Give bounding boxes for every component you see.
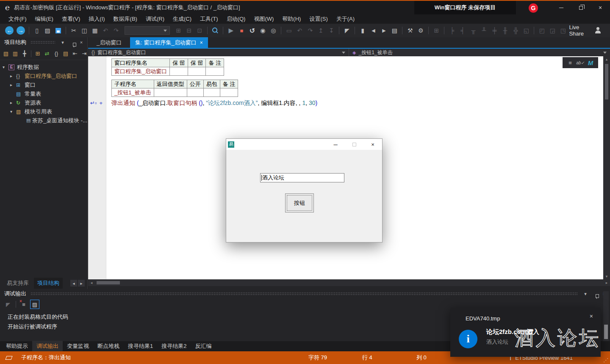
- same-width-icon[interactable]: ◰: [537, 26, 546, 35]
- same-size-icon[interactable]: ◱: [521, 26, 531, 35]
- tree-item[interactable]: ▸ {} 窗口程序集_启动窗口: [0, 72, 87, 80]
- build-icon[interactable]: ⊞: [174, 26, 183, 35]
- divider[interactable]: [16, 301, 16, 308]
- history-back-icon[interactable]: ↶: [295, 26, 304, 35]
- align-left-icon[interactable]: ╞: [447, 26, 457, 35]
- debug-panel-tab[interactable]: 帮助提示: [2, 341, 32, 352]
- subroutine-table-header[interactable]: 备 注: [220, 80, 238, 88]
- return-icon[interactable]: ↵▫: [90, 100, 97, 106]
- menu-item[interactable]: 编辑(E): [31, 14, 58, 24]
- sidebar-tab[interactable]: 易支持库: [3, 278, 32, 289]
- minimize-button[interactable]: ─: [552, 1, 571, 14]
- resize-grip[interactable]: ⋰: [603, 357, 608, 363]
- m-plugin-icon[interactable]: M: [586, 58, 595, 67]
- minimize-button[interactable]: ─: [326, 139, 345, 150]
- add-braces-icon[interactable]: {}: [52, 50, 61, 58]
- search-icon[interactable]: [211, 26, 220, 35]
- scrollbar-thumb[interactable]: [97, 281, 120, 284]
- close-button[interactable]: ×: [363, 139, 382, 150]
- edit-box[interactable]: 酒入论坛: [260, 173, 344, 182]
- select-output-icon[interactable]: ◤: [3, 300, 13, 309]
- move-up-icon[interactable]: ↥: [316, 26, 325, 35]
- restart-icon[interactable]: ↺: [247, 26, 257, 35]
- add-module-icon[interactable]: ▤: [61, 50, 70, 58]
- bookmark-icon[interactable]: ▮: [358, 26, 367, 35]
- form-designer-icon[interactable]: ⊞: [432, 26, 441, 35]
- same-height-icon[interactable]: ◲: [548, 26, 557, 35]
- prev-bookmark-icon[interactable]: ◄: [369, 26, 378, 35]
- maximize-button[interactable]: [345, 139, 363, 150]
- divider[interactable]: [444, 27, 444, 34]
- menu-item[interactable]: 插入(I): [84, 14, 109, 24]
- close-tab-icon[interactable]: ×: [200, 40, 203, 46]
- scroll-right-icon[interactable]: ▸: [603, 281, 610, 285]
- space-evenly-icon[interactable]: ╬: [511, 26, 520, 35]
- subroutine-table[interactable]: 子程序名返回值类型公开易包备 注 _按钮1_被单击: [111, 80, 238, 97]
- scrollbar-thumb[interactable]: [604, 325, 608, 339]
- scroll-down-icon[interactable]: ▾: [606, 273, 608, 279]
- add-node-icon[interactable]: ╋: [20, 50, 29, 58]
- subroutine-table-cell[interactable]: [220, 88, 238, 97]
- divider[interactable]: [402, 27, 402, 34]
- open-file-icon[interactable]: ▨: [43, 26, 52, 35]
- undo-icon[interactable]: ↶: [101, 26, 110, 35]
- clear-output-icon[interactable]: ≡: [19, 300, 28, 309]
- divider[interactable]: [29, 27, 29, 34]
- add-window-icon[interactable]: ⊞: [33, 50, 42, 58]
- step-into-icon[interactable]: ◉: [258, 26, 267, 35]
- divider[interactable]: [223, 27, 223, 34]
- divider[interactable]: [339, 27, 339, 34]
- stop-icon[interactable]: ■: [237, 26, 246, 35]
- menu-item[interactable]: 帮助(H): [278, 14, 305, 24]
- tree-item[interactable]: ▤ 茶苏_桌面通知模块 -...: [0, 116, 87, 125]
- subroutine-table-cell[interactable]: [203, 88, 220, 97]
- history-forward-icon[interactable]: ↷: [305, 26, 315, 35]
- deploy-icon[interactable]: ▭: [284, 26, 294, 35]
- assembly-table-header[interactable]: 窗口程序集名: [112, 59, 170, 67]
- wrench-icon[interactable]: ⚒: [405, 26, 415, 35]
- debug-panel-tab[interactable]: 搜寻结果2: [157, 341, 191, 352]
- debug-vertical-scrollbar[interactable]: [603, 291, 609, 341]
- compile-icon[interactable]: ⊟: [184, 26, 194, 35]
- center-horizontal-icon[interactable]: ╪: [490, 26, 499, 35]
- subroutine-table-header[interactable]: 返回值类型: [154, 80, 187, 88]
- cut-icon[interactable]: ✂: [69, 26, 78, 35]
- live-share-button[interactable]: Live Share: [569, 24, 587, 37]
- align-top-icon[interactable]: ╥: [469, 26, 478, 35]
- new-file-icon[interactable]: ▯: [32, 26, 42, 35]
- outline-icon[interactable]: ≡: [566, 58, 574, 67]
- menu-item[interactable]: 启动(Q): [222, 14, 250, 24]
- menu-item[interactable]: 数据库(B): [109, 14, 141, 24]
- breadcrumb-method-selector[interactable]: ◈ _按钮1_被单击: [349, 49, 610, 56]
- subroutine-table-cell[interactable]: _按钮1_被单击: [112, 88, 154, 97]
- next-bookmark-icon[interactable]: ►: [379, 26, 388, 35]
- expander-icon[interactable]: ▸: [10, 100, 16, 105]
- scroll-left-icon[interactable]: ◂: [88, 281, 95, 285]
- package-icon[interactable]: ⊡: [195, 26, 204, 35]
- debug-panel-tab[interactable]: 断点堆栈: [93, 341, 124, 352]
- subroutine-table-cell[interactable]: [187, 88, 203, 97]
- chevron-down-icon[interactable]: ▾: [582, 291, 589, 297]
- assembly-table[interactable]: 窗口程序集名保 留保 留备 注 窗口程序集_启动窗口: [111, 58, 224, 76]
- scroll-up-icon[interactable]: ▴: [606, 56, 608, 62]
- assembly-table-header[interactable]: 备 注: [206, 59, 224, 67]
- divider[interactable]: [281, 27, 281, 34]
- subroutine-table-header[interactable]: 易包: [203, 80, 220, 88]
- tree-item[interactable]: ▸ ⊞ 窗口: [0, 80, 87, 89]
- bookmark-list-icon[interactable]: ▤: [390, 26, 399, 35]
- debug-panel-tab[interactable]: 变量监视: [63, 341, 93, 352]
- scrollbar-thumb[interactable]: [605, 64, 608, 99]
- divider[interactable]: [207, 27, 208, 34]
- scroll-right-icon[interactable]: ▸: [78, 280, 85, 287]
- expander-icon[interactable]: ▾: [10, 109, 16, 114]
- nav-forward-icon[interactable]: →: [17, 26, 25, 35]
- fit-window-icon[interactable]: ◳: [558, 26, 568, 35]
- restore-button[interactable]: [571, 1, 591, 14]
- next-item-icon[interactable]: ⇥: [80, 50, 89, 58]
- divider[interactable]: [428, 27, 429, 34]
- step-over-icon[interactable]: ◎: [269, 26, 278, 35]
- assembly-table-header[interactable]: 保 留: [188, 59, 206, 67]
- debug-panel-tab[interactable]: 调试输出: [32, 341, 63, 352]
- close-toast-icon[interactable]: ×: [590, 313, 593, 320]
- tree-item[interactable]: ▸ ↻ 资源表: [0, 98, 87, 107]
